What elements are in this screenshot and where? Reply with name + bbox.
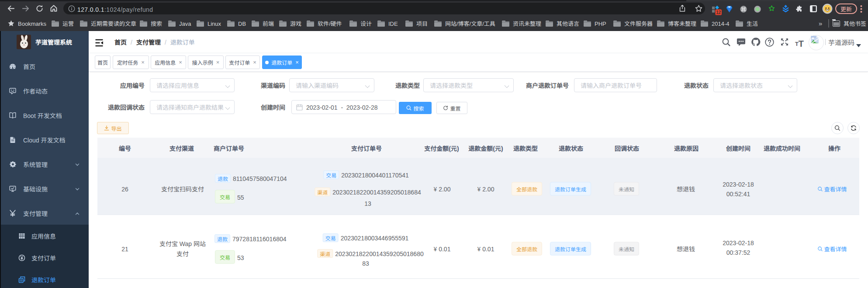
svg-text:12: 12	[716, 10, 721, 15]
